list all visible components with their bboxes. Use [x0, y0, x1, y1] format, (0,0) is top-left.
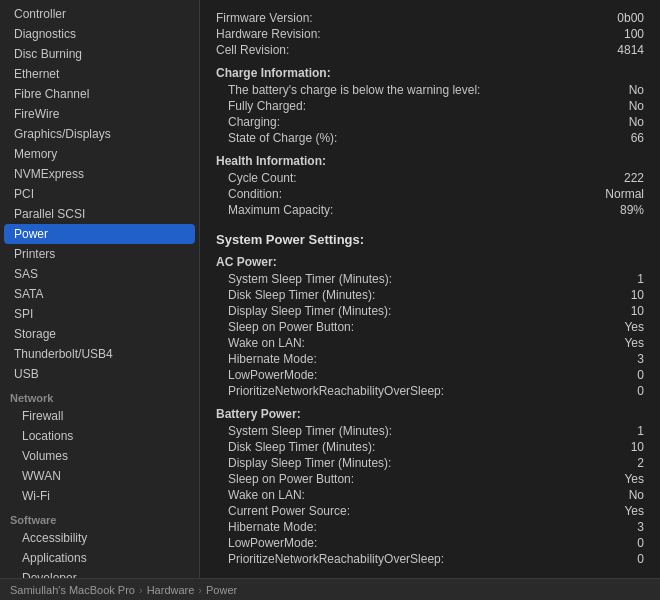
breadcrumb-separator: › — [139, 584, 143, 596]
detail-row: State of Charge (%):66 — [216, 130, 644, 146]
row-label: LowPowerMode: — [228, 368, 325, 382]
sidebar-item-thunderbolt-usb4[interactable]: Thunderbolt/USB4 — [0, 344, 199, 364]
row-value: 0 — [637, 384, 644, 398]
detail-row: System Sleep Timer (Minutes):1 — [216, 271, 644, 287]
sidebar-item-controller[interactable]: Controller — [0, 4, 199, 24]
detail-row: Disk Sleep Timer (Minutes):10 — [216, 287, 644, 303]
detail-row: Sleep on Power Button:Yes — [216, 319, 644, 335]
detail-row: Firmware Version:0b00 — [216, 10, 644, 26]
row-label: Firmware Version: — [216, 11, 321, 25]
sidebar-item-applications[interactable]: Applications — [0, 548, 199, 568]
sidebar-item-printers[interactable]: Printers — [0, 244, 199, 264]
sidebar-item-graphics-displays[interactable]: Graphics/Displays — [0, 124, 199, 144]
row-value: 0 — [637, 368, 644, 382]
main-content: ControllerDiagnosticsDisc BurningEtherne… — [0, 0, 660, 578]
row-label: State of Charge (%): — [228, 131, 345, 145]
row-value: Yes — [624, 504, 644, 518]
row-label: Sleep on Power Button: — [228, 320, 362, 334]
row-label: Disk Sleep Timer (Minutes): — [228, 288, 383, 302]
row-value: No — [629, 83, 644, 97]
detail-row: Cycle Count:222 — [216, 170, 644, 186]
row-label: PrioritizeNetworkReachabilityOverSleep: — [228, 552, 452, 566]
row-label: Fully Charged: — [228, 99, 314, 113]
sidebar-item-sas[interactable]: SAS — [0, 264, 199, 284]
bottom-bar: Samiullah's MacBook Pro›Hardware›Power — [0, 578, 660, 600]
row-label: Maximum Capacity: — [228, 203, 341, 217]
detail-row: Display Sleep Timer (Minutes):2 — [216, 455, 644, 471]
breadcrumb-part: Power — [206, 584, 237, 596]
row-label: Display Sleep Timer (Minutes): — [228, 456, 399, 470]
detail-row: Charging:No — [216, 114, 644, 130]
sidebar-item-spi[interactable]: SPI — [0, 304, 199, 324]
sidebar-item-power[interactable]: Power — [4, 224, 195, 244]
sidebar-item-wwan[interactable]: WWAN — [0, 466, 199, 486]
sidebar-item-pci[interactable]: PCI — [0, 184, 199, 204]
row-label: Cell Revision: — [216, 43, 297, 57]
row-value: 10 — [631, 288, 644, 302]
row-value: 1 — [637, 272, 644, 286]
sidebar-item-ethernet[interactable]: Ethernet — [0, 64, 199, 84]
sidebar-item-fibre-channel[interactable]: Fibre Channel — [0, 84, 199, 104]
row-label: LowPowerMode: — [228, 536, 325, 550]
breadcrumb-part: Samiullah's MacBook Pro — [10, 584, 135, 596]
sidebar-item-firewall[interactable]: Firewall — [0, 406, 199, 426]
sidebar-item-diagnostics[interactable]: Diagnostics — [0, 24, 199, 44]
row-value: 0 — [637, 552, 644, 566]
sidebar-item-wi-fi[interactable]: Wi-Fi — [0, 486, 199, 506]
detail-row: System Sleep Timer (Minutes):1 — [216, 423, 644, 439]
section-header: Health Information: — [216, 154, 644, 168]
row-label: PrioritizeNetworkReachabilityOverSleep: — [228, 384, 452, 398]
battery-power-header: Battery Power: — [216, 407, 644, 421]
row-value: No — [629, 99, 644, 113]
row-value: Normal — [605, 187, 644, 201]
row-value: 89% — [620, 203, 644, 217]
breadcrumb-part: Hardware — [147, 584, 195, 596]
row-label: Hardware Revision: — [216, 27, 329, 41]
row-value: 2 — [637, 456, 644, 470]
detail-row: The battery's charge is below the warnin… — [216, 82, 644, 98]
row-value: 222 — [624, 171, 644, 185]
row-label: Hibernate Mode: — [228, 352, 325, 366]
sidebar-item-parallel-scsi[interactable]: Parallel SCSI — [0, 204, 199, 224]
sidebar: ControllerDiagnosticsDisc BurningEtherne… — [0, 0, 200, 578]
row-label: Charging: — [228, 115, 288, 129]
row-value: 10 — [631, 304, 644, 318]
sidebar-item-volumes[interactable]: Volumes — [0, 446, 199, 466]
sidebar-item-usb[interactable]: USB — [0, 364, 199, 384]
row-value: 100 — [624, 27, 644, 41]
sidebar-item-accessibility[interactable]: Accessibility — [0, 528, 199, 548]
row-value: 3 — [637, 352, 644, 366]
detail-row: Current Power Source:Yes — [216, 503, 644, 519]
detail-row: PrioritizeNetworkReachabilityOverSleep:0 — [216, 551, 644, 567]
sidebar-item-disc-burning[interactable]: Disc Burning — [0, 44, 199, 64]
row-label: System Sleep Timer (Minutes): — [228, 424, 400, 438]
row-label: Cycle Count: — [228, 171, 305, 185]
row-label: The battery's charge is below the warnin… — [228, 83, 488, 97]
ac-power-header: AC Power: — [216, 255, 644, 269]
sidebar-item-locations[interactable]: Locations — [0, 426, 199, 446]
detail-row: Hibernate Mode:3 — [216, 519, 644, 535]
row-value: 66 — [631, 131, 644, 145]
row-value: Yes — [624, 472, 644, 486]
sidebar-section-label: Network — [0, 384, 199, 406]
sidebar-item-firewire[interactable]: FireWire — [0, 104, 199, 124]
detail-row: Disk Sleep Timer (Minutes):10 — [216, 439, 644, 455]
sidebar-item-storage[interactable]: Storage — [0, 324, 199, 344]
system-power-header: System Power Settings: — [216, 232, 644, 247]
sidebar-item-nvmexpress[interactable]: NVMExpress — [0, 164, 199, 184]
row-value: 10 — [631, 440, 644, 454]
row-value: No — [629, 115, 644, 129]
section-header: Charge Information: — [216, 66, 644, 80]
detail-row: Wake on LAN:Yes — [216, 335, 644, 351]
detail-row: Condition:Normal — [216, 186, 644, 202]
detail-row: LowPowerMode:0 — [216, 535, 644, 551]
row-label: Wake on LAN: — [228, 488, 313, 502]
detail-row: Fully Charged:No — [216, 98, 644, 114]
sidebar-item-sata[interactable]: SATA — [0, 284, 199, 304]
sidebar-item-developer[interactable]: Developer — [0, 568, 199, 578]
detail-row: Sleep on Power Button:Yes — [216, 471, 644, 487]
row-value: 3 — [637, 520, 644, 534]
breadcrumb-separator: › — [198, 584, 202, 596]
row-label: Display Sleep Timer (Minutes): — [228, 304, 399, 318]
sidebar-item-memory[interactable]: Memory — [0, 144, 199, 164]
